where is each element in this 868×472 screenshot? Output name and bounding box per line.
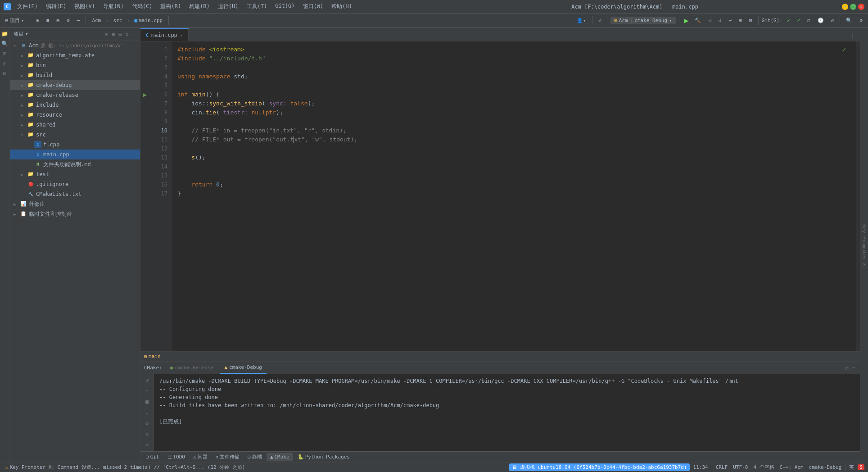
breadcrumb-acm[interactable]: Acm xyxy=(89,17,104,24)
bottom-tool-tab-transfer[interactable]: ↕ 文件传输 xyxy=(212,453,244,461)
build-button[interactable]: 🔨 xyxy=(692,17,704,24)
maximize-button[interactable]: □ xyxy=(850,4,856,10)
tree-item-external[interactable]: ▶ 📊 外部库 xyxy=(10,199,140,209)
tree-item-algorithm-template[interactable]: ▶ 📁 algorithm_template xyxy=(10,50,140,60)
git-check-2[interactable]: ✓ xyxy=(795,17,803,24)
explorer-close-btn[interactable]: ─ xyxy=(131,31,136,38)
toolbar-back-btn[interactable]: ◁ xyxy=(596,17,604,24)
tree-item-fcpp[interactable]: ▶ C f.cpp xyxy=(10,140,140,150)
explorer-collapse-btn[interactable]: ≡ xyxy=(111,31,116,38)
bottom-tool-tab-python[interactable]: 🐍 Python Packages xyxy=(294,453,353,461)
breadcrumb-file[interactable]: ■ main.cpp xyxy=(132,17,166,24)
menu-edit[interactable]: 编辑(E) xyxy=(42,2,70,11)
cmake-config-dropdown[interactable]: ▾ xyxy=(669,18,672,23)
git-clock-btn[interactable]: 🕐 xyxy=(815,17,827,24)
tree-item-src[interactable]: ▾ 📁 src xyxy=(10,130,140,140)
tab-close-btn[interactable]: ✕ xyxy=(180,33,183,38)
tree-item-acm[interactable]: ▾ ⊞ Acm 源 根: F:\coder\algorithm\Ac xyxy=(10,41,140,50)
menu-window[interactable]: 窗口(W) xyxy=(299,2,327,11)
sidebar-icon-3[interactable]: ⊞ xyxy=(1,50,9,58)
toolbar-settings-btn2[interactable]: ⚙ xyxy=(857,17,865,24)
toolbar-btn-c[interactable]: ↩ xyxy=(726,17,735,24)
sidebar-icon-2[interactable]: 🔍 xyxy=(1,40,9,48)
tree-item-gitignore[interactable]: ▶ 🔴 .gitignore xyxy=(10,179,140,189)
bottom-tab-cmake-debug[interactable]: ▲ cmake-Debug xyxy=(220,362,266,374)
menu-help[interactable]: 帮助(H) xyxy=(328,2,356,11)
toolbar-btn-a[interactable]: ◁ xyxy=(705,17,714,24)
menu-nav[interactable]: 导航(N) xyxy=(99,2,127,11)
menu-refactor[interactable]: 重构(R) xyxy=(157,2,185,11)
sidebar-icon-5[interactable]: ⊟ xyxy=(1,69,9,77)
tree-item-test[interactable]: ▶ 📁 test xyxy=(10,169,140,179)
bottom-up-btn[interactable]: ↑ xyxy=(145,387,149,395)
status-ime[interactable]: 英 xyxy=(847,464,856,471)
code-content[interactable]: #include <iostream> #include "../include… xyxy=(172,41,856,351)
toolbar-icon-3[interactable]: ⊞ xyxy=(54,17,63,24)
bottom-collapse-btn[interactable]: ⚙ xyxy=(145,419,149,427)
status-crlf[interactable]: CRLF xyxy=(714,464,730,470)
tree-item-temp[interactable]: ▶ 📋 临时文件和控制台 xyxy=(10,209,140,219)
explorer-locate-btn[interactable]: ⊕ xyxy=(104,31,109,38)
status-icon-s[interactable]: S xyxy=(858,464,864,470)
bottom-stop-btn[interactable]: ■ xyxy=(145,398,149,406)
tree-item-cmake-release[interactable]: ▶ 📁 cmake-release xyxy=(10,90,140,100)
toolbar-minus-btn[interactable]: ─ xyxy=(74,17,83,24)
bottom-refresh-btn[interactable]: ↺ xyxy=(145,376,149,384)
status-charset[interactable]: UTF-8 xyxy=(731,464,750,470)
toolbar-search-btn[interactable]: 🔍 xyxy=(843,17,855,24)
sidebar-icon-explorer[interactable]: 📁 xyxy=(1,30,9,38)
tree-item-include[interactable]: ▶ 📁 include xyxy=(10,100,140,110)
menu-code[interactable]: 代码(C) xyxy=(128,2,156,11)
scroll-indicator[interactable] xyxy=(856,41,860,351)
sidebar-icon-4[interactable]: ◎ xyxy=(1,59,9,68)
bottom-tool-tab-cmake[interactable]: ▲ CMake xyxy=(267,453,293,461)
toolbar-project-btn[interactable]: ⊞ 项目 ▾ xyxy=(3,16,27,25)
menu-view[interactable]: 视图(V) xyxy=(71,2,99,11)
menu-file[interactable]: 文件(F) xyxy=(14,2,41,11)
status-buildconfig[interactable]: cmake-Debug xyxy=(807,464,844,470)
breadcrumb-src[interactable]: src xyxy=(110,17,125,24)
close-button[interactable]: ✕ xyxy=(858,4,864,10)
tab-action-btn-1[interactable]: ⋮ xyxy=(848,32,856,41)
toolbar-profile-btn[interactable]: 👤▾ xyxy=(574,17,589,24)
bottom-list-btn[interactable]: ≡ xyxy=(145,441,149,449)
tree-item-cmake-debug[interactable]: ▶ 📁 cmake-debug xyxy=(10,80,140,90)
explorer-dropdown[interactable]: ▾ xyxy=(25,31,28,37)
bottom-settings-btn[interactable]: ⚙ xyxy=(145,430,149,438)
tree-item-resource[interactable]: ▶ 📁 resource xyxy=(10,110,140,120)
bottom-tool-tab-issues[interactable]: ⚠ 问题 xyxy=(190,453,211,461)
run-button[interactable]: ▶ xyxy=(683,15,691,26)
bottom-tool-tab-terminal[interactable]: ⊡ 终端 xyxy=(244,453,266,461)
explorer-settings-btn[interactable]: ⚙ xyxy=(125,31,130,38)
status-lang[interactable]: C++: Acm xyxy=(778,464,805,470)
tree-item-shared[interactable]: ▶ 📁 shared xyxy=(10,120,140,130)
panel-settings-btn[interactable]: ⚙ xyxy=(845,364,850,372)
vm-badge[interactable]: 🖥 虚拟机_ubuntu18.04 (6f524b7b-3c44-4fbc-bd… xyxy=(509,463,689,471)
menu-git[interactable]: Git(G) xyxy=(271,2,298,11)
toolbar-settings-btn[interactable]: ⚙ xyxy=(64,17,72,24)
git-check-1[interactable]: ✓ xyxy=(784,17,793,24)
menu-run[interactable]: 运行(U) xyxy=(214,2,242,11)
bottom-tab-cmake-release[interactable]: ● cmake-Release xyxy=(166,362,218,374)
tree-item-readme[interactable]: ▶ M 文件夹功能说明.md xyxy=(10,159,140,169)
bottom-tool-tab-todo[interactable]: ☰ TODO xyxy=(164,453,189,461)
menu-build[interactable]: 构建(B) xyxy=(185,2,213,11)
toolbar-btn-b[interactable]: ↺ xyxy=(716,17,724,24)
key-promoter-tab[interactable]: Key Promoter X xyxy=(860,221,868,270)
git-undo-btn[interactable]: ↺ xyxy=(828,17,837,24)
status-indent[interactable]: 4 个空格 xyxy=(751,464,776,471)
menu-tools[interactable]: 工具(T) xyxy=(243,2,271,11)
bottom-tool-tab-git[interactable]: ⊟ Git xyxy=(142,453,163,461)
tree-item-build[interactable]: ▶ 📁 build xyxy=(10,70,140,80)
panel-close-btn[interactable]: ─ xyxy=(851,364,856,372)
toolbar-btn-d[interactable]: ⊞ xyxy=(736,17,745,24)
toolbar-btn-e[interactable]: ⊡ xyxy=(746,17,755,24)
toolbar-icon-2[interactable]: ≡ xyxy=(44,17,52,24)
tree-item-bin[interactable]: ▶ 📁 bin xyxy=(10,60,140,70)
bottom-down-btn[interactable]: ↓ xyxy=(145,408,149,417)
git-btn-3[interactable]: ◻ xyxy=(805,17,813,24)
minimize-button[interactable]: ─ xyxy=(842,4,848,10)
tab-main-cpp[interactable]: C main.cpp ✕ xyxy=(140,28,189,41)
tree-item-cmakelists[interactable]: ▶ 🔧 CMakeLists.txt xyxy=(10,189,140,199)
explorer-dots-btn[interactable]: ⊞ xyxy=(118,31,122,38)
